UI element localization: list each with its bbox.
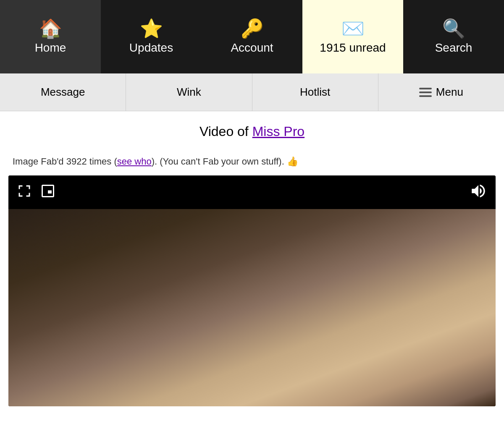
profile-link[interactable]: Miss Pro	[252, 124, 304, 139]
video-player[interactable]	[8, 175, 496, 406]
second-navigation: Message Wink Hotlist Menu	[0, 73, 504, 111]
search-icon: 🔍	[442, 19, 465, 38]
nav-label-account: Account	[231, 41, 273, 55]
nav-item-messages[interactable]: ✉️ 1915 unread	[302, 0, 403, 73]
nav-item-home[interactable]: 🏠 Home	[0, 0, 101, 73]
fab-info: Image Fab'd 3922 times (see who). (You c…	[8, 156, 496, 167]
message-label: Message	[41, 86, 85, 99]
pip-icon[interactable]	[40, 183, 55, 201]
title-prefix: Video of	[200, 124, 252, 139]
wink-label: Wink	[177, 86, 201, 99]
volume-icon[interactable]	[470, 182, 487, 203]
video-frame	[8, 209, 496, 406]
envelope-icon: ✉️	[341, 19, 365, 38]
nav-label-search: Search	[435, 41, 472, 55]
page-title: Video of Miss Pro	[8, 124, 496, 139]
nav-item-wink[interactable]: Wink	[126, 73, 252, 111]
nav-item-hotlist[interactable]: Hotlist	[252, 73, 378, 111]
nav-label-updates: Updates	[129, 41, 173, 55]
video-controls	[8, 175, 496, 209]
key-icon: 🔑	[241, 19, 264, 38]
hotlist-label: Hotlist	[300, 86, 330, 99]
nav-item-updates[interactable]: ⭐ Updates	[101, 0, 202, 73]
menu-label: Menu	[436, 86, 463, 99]
fab-text2: ). (You can't Fab your own stuff). 👍	[152, 156, 298, 167]
nav-item-search[interactable]: 🔍 Search	[403, 0, 504, 73]
main-content: Video of Miss Pro Image Fab'd 3922 times…	[0, 111, 504, 419]
video-controls-left	[17, 183, 55, 201]
nav-item-message[interactable]: Message	[0, 73, 126, 111]
nav-label-messages: 1915 unread	[320, 41, 386, 55]
nav-item-account[interactable]: 🔑 Account	[202, 0, 302, 73]
nav-item-menu[interactable]: Menu	[378, 73, 504, 111]
see-who-link[interactable]: see who	[117, 156, 152, 167]
star-icon: ⭐	[140, 19, 163, 38]
top-navigation: 🏠 Home ⭐ Updates 🔑 Account ✉️ 1915 unrea…	[0, 0, 504, 73]
hamburger-icon	[419, 88, 432, 97]
home-icon: 🏠	[39, 19, 62, 38]
nav-label-home: Home	[35, 41, 66, 55]
fullscreen-icon[interactable]	[17, 183, 32, 201]
fab-text: Image Fab'd 3922 times (	[13, 156, 117, 167]
